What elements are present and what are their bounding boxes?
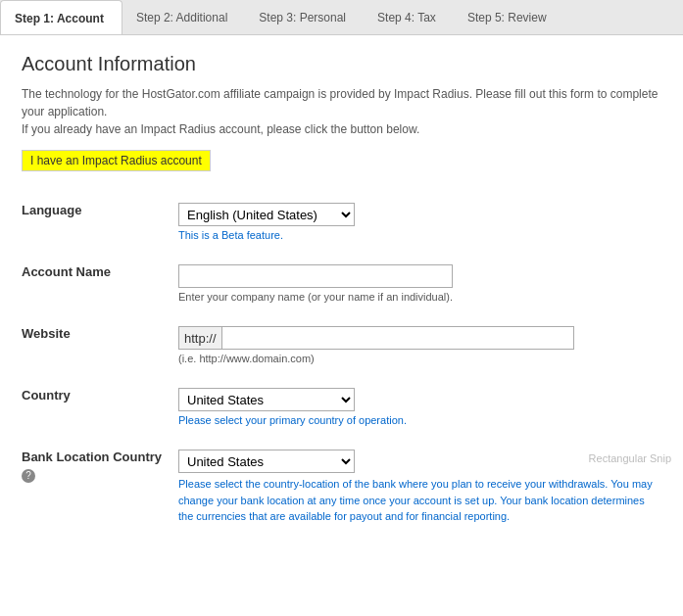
- country-select[interactable]: United States Canada United Kingdom Aust…: [178, 388, 355, 411]
- step3-label: Step 3: Personal: [259, 11, 346, 24]
- account-name-input[interactable]: [178, 264, 453, 288]
- step2-label: Step 2: Additional: [136, 11, 227, 24]
- language-hint: This is a Beta feature.: [178, 229, 661, 241]
- intro-line2: If you already have an Impact Radius acc…: [22, 122, 419, 136]
- account-name-hint: Enter your company name (or your name if…: [178, 291, 661, 303]
- impact-radius-button[interactable]: I have an Impact Radius account: [22, 150, 211, 171]
- website-control: http:// (i.e. http://www.domain.com): [178, 314, 661, 376]
- country-label: Country: [22, 376, 178, 438]
- website-prefix: http://: [178, 326, 221, 350]
- country-hint: Please select your primary country of op…: [178, 414, 661, 426]
- account-name-label: Account Name: [22, 253, 178, 314]
- wizard-step-3[interactable]: Step 3: Personal: [245, 0, 364, 34]
- wizard-step-4[interactable]: Step 4: Tax: [364, 0, 454, 34]
- form-table: Language English (United States) This is…: [22, 191, 661, 537]
- bank-location-label-cell: Bank Location Country ?: [22, 438, 178, 537]
- main-content: Account Information The technology for t…: [0, 35, 683, 554]
- website-label: Website: [22, 314, 178, 376]
- wizard-step-2[interactable]: Step 2: Additional: [122, 0, 245, 34]
- bank-location-row: Bank Location Country ? United States Ca…: [22, 438, 661, 537]
- page-title: Account Information: [22, 53, 661, 75]
- language-label: Language: [22, 191, 178, 253]
- language-control: English (United States) This is a Beta f…: [178, 191, 661, 253]
- intro-line1: The technology for the HostGator.com aff…: [22, 87, 658, 118]
- intro-text: The technology for the HostGator.com aff…: [22, 85, 661, 138]
- step5-label: Step 5: Review: [467, 11, 547, 24]
- bank-location-select[interactable]: United States Canada United Kingdom Aust…: [178, 450, 355, 473]
- bank-label-inner: Bank Location Country ?: [22, 450, 178, 483]
- language-row: Language English (United States) This is…: [22, 191, 661, 253]
- bank-location-hint: Please select the country-location of th…: [178, 476, 661, 525]
- wizard-step-5[interactable]: Step 5: Review: [454, 0, 564, 34]
- bank-location-control: United States Canada United Kingdom Aust…: [178, 438, 661, 537]
- wizard-steps: Step 1: Account Step 2: Additional Step …: [0, 0, 683, 35]
- country-row: Country United States Canada United King…: [22, 376, 661, 438]
- wizard-step-1[interactable]: Step 1: Account: [0, 0, 122, 35]
- website-input-row: http://: [178, 326, 661, 350]
- step1-label: Step 1: Account: [15, 12, 104, 25]
- step4-label: Step 4: Tax: [377, 11, 436, 24]
- bank-location-label: Bank Location Country: [22, 450, 178, 464]
- website-hint: (i.e. http://www.domain.com): [178, 353, 661, 364]
- website-input[interactable]: [221, 326, 574, 350]
- bank-help-icon[interactable]: ?: [22, 469, 35, 483]
- country-control: United States Canada United Kingdom Aust…: [178, 376, 661, 438]
- website-row: Website http:// (i.e. http://www.domain.…: [22, 314, 661, 376]
- account-name-row: Account Name Enter your company name (or…: [22, 253, 661, 314]
- account-name-control: Enter your company name (or your name if…: [178, 253, 661, 314]
- language-select[interactable]: English (United States): [178, 203, 355, 226]
